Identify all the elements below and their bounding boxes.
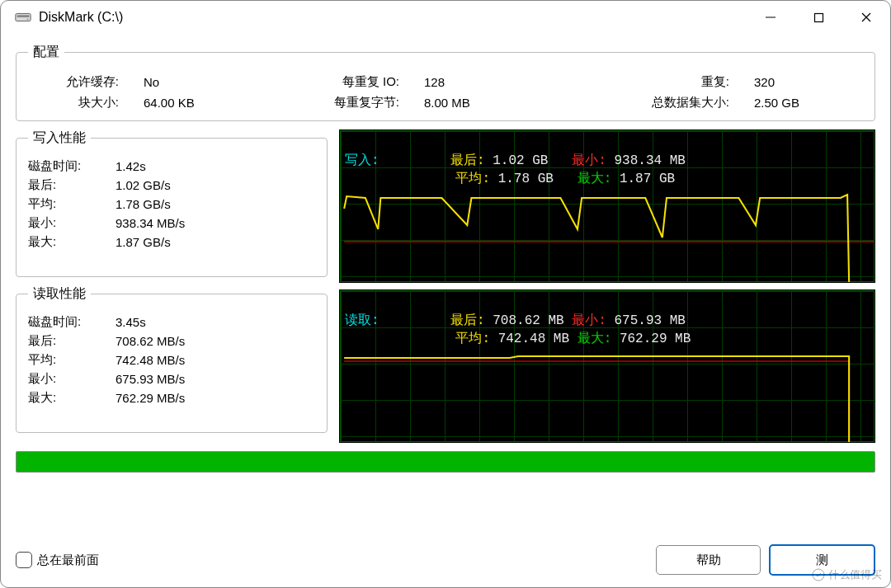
read-graph-last-v: 708.62 MB [493,312,563,330]
write-graph-min-v: 938.34 MB [615,152,686,170]
write-min-value: 938.34 MB/s [116,216,185,230]
repeat-label: 重复: [548,74,729,90]
write-last-label: 最后: [28,177,102,193]
config-legend: 配置 [28,44,64,61]
always-on-top-checkbox[interactable] [16,552,32,568]
app-window: DiskMark (C:\) 配置 允许缓存: No 每重复 IO: 128 重… [0,0,891,588]
read-min-value: 675.93 MB/s [116,372,185,386]
read-graph-avg-v: 742.48 MB [498,330,569,348]
dataset-label: 总数据集大小: [548,95,729,111]
write-disktime-value: 1.42s [116,159,146,173]
write-avg-label: 平均: [28,196,102,212]
block-value: 64.00 KB [144,96,267,110]
read-graph-max-v: 762.29 MB [620,330,691,348]
bytes-value: 8.00 MB [424,96,548,110]
read-graph-name: 读取: [345,312,380,330]
write-graph-last-v: 1.02 GB [493,152,548,170]
disk-icon [14,8,32,26]
write-graph-max-l: 最大: [578,170,612,188]
window-title: DiskMark (C:\) [39,10,123,25]
read-graph-avg-l: 平均: [455,330,490,348]
write-graph-avg-v: 1.78 GB [498,170,554,188]
dataset-value: 2.50 GB [754,96,853,110]
write-last-value: 1.02 GB/s [116,178,171,192]
titlebar[interactable]: DiskMark (C:\) [1,1,890,34]
write-graph-name: 写入: [345,152,380,170]
progress-bar [16,451,875,473]
config-group: 配置 允许缓存: No 每重复 IO: 128 重复: 320 块大小: 64.… [16,44,875,121]
minimize-button[interactable] [747,1,794,34]
write-graph: 写入: 最后: 1.02 GB 最小: 938.34 MB 平均: 1.78 G… [339,129,875,283]
read-legend: 读取性能 [28,285,91,303]
write-graph-last-l: 最后: [450,152,485,170]
write-stats-group: 写入性能 磁盘时间:1.42s 最后:1.02 GB/s 平均:1.78 GB/… [16,129,328,277]
repeat-value: 320 [754,75,853,89]
write-disktime-label: 磁盘时间: [28,158,102,174]
write-graph-avg-l: 平均: [455,170,490,188]
read-graph-last-l: 最后: [450,312,485,330]
io-value: 128 [424,75,548,89]
svg-point-7 [813,569,824,581]
write-max-value: 1.87 GB/s [116,235,171,249]
read-graph: 读取: 最后: 708.62 MB 最小: 675.93 MB 平均: 742.… [339,289,875,443]
io-label: 每重复 IO: [267,74,399,90]
cache-label: 允许缓存: [28,74,119,90]
write-legend: 写入性能 [28,129,91,147]
read-disktime-label: 磁盘时间: [28,314,102,330]
read-last-label: 最后: [28,333,102,349]
svg-point-2 [27,18,29,20]
read-graph-max-l: 最大: [578,330,612,348]
read-avg-label: 平均: [28,352,102,368]
svg-rect-4 [814,13,823,21]
cache-value: No [144,75,267,89]
read-last-value: 708.62 MB/s [116,334,185,348]
write-avg-value: 1.78 GB/s [116,197,171,211]
write-graph-max-v: 1.87 GB [620,170,675,188]
close-button[interactable] [842,1,890,34]
read-min-label: 最小: [28,371,102,387]
write-min-label: 最小: [28,215,102,231]
read-graph-min-v: 675.93 MB [615,312,686,330]
read-avg-value: 742.48 MB/s [116,353,185,367]
maximize-button[interactable] [794,1,842,34]
help-button[interactable]: 帮助 [656,545,761,575]
bytes-label: 每重复字节: [267,95,399,111]
read-stats-group: 读取性能 磁盘时间:3.45s 最后:708.62 MB/s 平均:742.48… [16,285,328,433]
read-max-label: 最大: [28,390,102,406]
write-max-label: 最大: [28,234,102,250]
always-on-top-label[interactable]: 总在最前面 [37,553,99,568]
read-disktime-value: 3.45s [116,315,146,329]
svg-rect-1 [17,15,30,17]
thumb-icon [812,568,825,581]
watermark: 什么值得买 [812,567,882,582]
write-graph-min-l: 最小: [572,152,606,170]
block-label: 块大小: [28,95,119,111]
read-graph-min-l: 最小: [572,312,606,330]
read-max-value: 762.29 MB/s [116,391,185,405]
